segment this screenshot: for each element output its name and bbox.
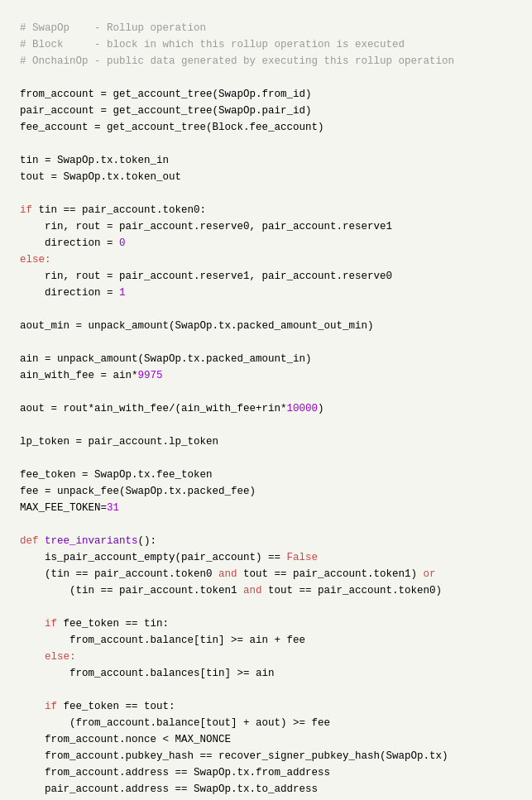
line-45: from_account.pubkey_hash == recover_sign…: [17, 748, 515, 764]
line-21: ain = unpack_amount(SwapOp.tx.packed_amo…: [17, 351, 515, 367]
line-38: from_account.balance[tin] >= ain + fee: [17, 632, 515, 649]
line-6: pair_account = get_account_tree(SwapOp.p…: [17, 103, 515, 119]
line-24: aout = rout*ain_with_fee/(ain_with_fee+r…: [17, 400, 515, 417]
line-37: if fee_token == tin:: [17, 616, 515, 632]
line-42: if fee_token == tout:: [17, 698, 515, 715]
line-3: # OnchainOp - public data generated by e…: [17, 53, 515, 69]
line-39: else:: [17, 649, 515, 665]
line-5: from_account = get_account_tree(SwapOp.f…: [17, 86, 515, 103]
line-9: tin = SwapOp.tx.token_in: [17, 152, 515, 169]
spacer-7: [17, 417, 515, 434]
line-15: else:: [17, 251, 515, 268]
spacer-6: [17, 384, 515, 400]
line-32: def tree_invariants():: [17, 533, 515, 549]
line-17: direction = 1: [17, 285, 515, 301]
line-44: from_account.nonce < MAX_NONCE: [17, 731, 515, 748]
spacer-4: [17, 301, 515, 318]
line-16: rin, rout = pair_account.reserve1, pair_…: [17, 268, 515, 285]
line-33: is_pair_account_empty(pair_account) == F…: [17, 549, 515, 566]
line-34: (tin == pair_account.token0 and tout == …: [17, 566, 515, 582]
spacer-9: [17, 516, 515, 533]
line-43: (from_account.balance[tout] + aout) >= f…: [17, 715, 515, 731]
line-30: MAX_FEE_TOKEN=31: [17, 500, 515, 516]
line-1: # SwapOp - Rollup operation: [17, 20, 515, 36]
line-40: from_account.balances[tin] >= ain: [17, 665, 515, 682]
line-28: fee_token = SwapOp.tx.fee_token: [17, 467, 515, 483]
line-26: lp_token = pair_account.lp_token: [17, 434, 515, 450]
line-46: from_account.address == SwapOp.tx.from_a…: [17, 764, 515, 781]
spacer-5: [17, 334, 515, 351]
code-container: # SwapOp - Rollup operation # Block - bl…: [17, 13, 515, 800]
spacer-8: [17, 450, 515, 467]
line-12: if tin == pair_account.token0:: [17, 202, 515, 218]
line-2: # Block - block in which this rollup ope…: [17, 36, 515, 53]
spacer-1: [17, 69, 515, 86]
spacer-10: [17, 599, 515, 616]
spacer-3: [17, 185, 515, 202]
line-47: pair_account.address == SwapOp.tx.to_add…: [17, 781, 515, 798]
line-7: fee_account = get_account_tree(Block.fee…: [17, 119, 515, 136]
spacer-11: [17, 682, 515, 698]
line-19: aout_min = unpack_amount(SwapOp.tx.packe…: [17, 318, 515, 334]
line-14: direction = 0: [17, 235, 515, 251]
line-22: ain_with_fee = ain*9975: [17, 367, 515, 384]
line-10: tout = SwapOp.tx.token_out: [17, 169, 515, 185]
line-13: rin, rout = pair_account.reserve0, pair_…: [17, 218, 515, 235]
line-35: (tin == pair_account.token1 and tout == …: [17, 582, 515, 599]
spacer-2: [17, 136, 515, 152]
line-29: fee = unpack_fee(SwapOp.tx.packed_fee): [17, 483, 515, 500]
